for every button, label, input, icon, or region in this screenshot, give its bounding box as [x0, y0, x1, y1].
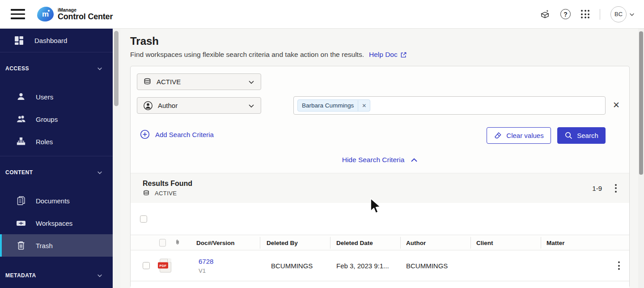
hide-criteria-label: Hide Search Criteria — [342, 156, 405, 164]
sidebar-section-access[interactable]: ACCESS — [0, 62, 113, 75]
results-repo-label: ACTIVE — [155, 190, 177, 197]
brand-text: iManage Control Center — [58, 8, 113, 21]
chip-remove-icon[interactable]: ✕ — [358, 100, 370, 111]
brand-logo: m iManage Control Center — [37, 7, 113, 21]
section-label: METADATA — [5, 272, 36, 279]
search-value-input[interactable]: Barbara Cummings ✕ — [293, 96, 606, 115]
doc-number-link[interactable]: 6728 — [199, 258, 213, 265]
add-search-criteria-link[interactable]: Add Search Criteria — [140, 129, 214, 139]
column-divider — [330, 237, 330, 249]
results-menu-icon[interactable] — [614, 183, 618, 194]
sidebar-item-users[interactable]: Users — [0, 86, 113, 108]
chevron-down-icon — [248, 78, 255, 86]
sidebar-item-label: Users — [36, 93, 53, 101]
database-icon — [143, 190, 150, 197]
column-divider — [541, 237, 541, 249]
chevron-down-icon — [248, 102, 255, 109]
column-header-author[interactable]: Author — [406, 239, 426, 246]
topbar-actions: ? BC — [540, 6, 635, 22]
column-header-matter[interactable]: Matter — [547, 239, 565, 246]
attachment-column-icon — [175, 237, 180, 248]
chevron-down-icon — [97, 65, 103, 72]
chevron-down-icon — [629, 11, 635, 17]
doc-version-label: V1 — [199, 267, 213, 274]
sidebar-section-metadata[interactable]: METADATA — [0, 269, 113, 282]
add-criteria-label: Add Search Criteria — [155, 131, 214, 138]
column-header-deleted-date[interactable]: Deleted Date — [336, 239, 373, 246]
sidebar-item-workspaces[interactable]: Workspaces — [0, 212, 113, 234]
sidebar: Dashboard ACCESS Users Groups Roles CONT… — [0, 29, 113, 288]
repository-dropdown[interactable]: ACTIVE — [137, 73, 261, 90]
section-label: ACCESS — [5, 65, 29, 72]
plus-circle-icon — [140, 129, 150, 139]
sidebar-item-dashboard[interactable]: Dashboard — [0, 29, 113, 52]
help-icon[interactable]: ? — [560, 9, 571, 19]
chip-label: Barbara Cummings — [298, 100, 358, 111]
sidebar-item-label: Documents — [36, 197, 70, 205]
sidebar-item-trash[interactable]: Trash — [0, 234, 113, 257]
clear-values-label: Clear values — [506, 132, 543, 139]
roles-hierarchy-icon — [16, 137, 26, 146]
avatar[interactable]: BC — [610, 6, 627, 22]
column-header-client[interactable]: Client — [476, 239, 493, 246]
imanage-logo-icon: m — [37, 7, 54, 21]
value-chip: Barbara Cummings ✕ — [297, 99, 370, 112]
row-menu-icon[interactable] — [617, 260, 621, 271]
sidebar-scrollbar[interactable] — [113, 29, 120, 288]
database-icon — [143, 78, 152, 86]
sidebar-section-content[interactable]: CONTENT — [0, 166, 113, 179]
subtitle-text: Find workspaces using flexible search cr… — [130, 51, 364, 59]
row-checkbox[interactable] — [143, 262, 150, 269]
table-header-row: Doc#/Version Deleted By Deleted Date Aut… — [131, 235, 629, 250]
sidebar-item-label: Trash — [36, 242, 53, 249]
topbar-divider — [600, 9, 600, 20]
documents-icon — [16, 196, 26, 206]
sidebar-item-documents[interactable]: Documents — [0, 189, 113, 212]
file-type-column-icon — [159, 239, 166, 246]
sidebar-scrollbar-thumb[interactable] — [114, 31, 119, 106]
dashboard-icon — [14, 36, 24, 45]
deleted-date-cell: Feb 3, 2023 9:1... — [336, 262, 389, 270]
file-type-cell: PDF — [160, 259, 171, 273]
chevron-down-icon — [97, 169, 103, 176]
app-grid-icon[interactable] — [581, 10, 589, 18]
clear-row-icon[interactable]: ✕ — [613, 101, 620, 109]
chevron-up-icon — [411, 157, 418, 163]
hamburger-menu-icon[interactable] — [11, 9, 25, 19]
column-header-doc-version[interactable]: Doc#/Version — [196, 239, 235, 246]
paperclip-icon — [175, 237, 180, 246]
doc-version-cell: 6728 V1 — [199, 258, 213, 274]
search-icon — [564, 131, 573, 140]
content-scrollbar[interactable] — [638, 29, 644, 288]
table-row[interactable]: PDF 6728 V1 BCUMMINGS Feb 3, 2023 9:1...… — [131, 250, 629, 281]
next-row-partial — [131, 281, 629, 288]
sidebar-item-groups[interactable]: Groups — [0, 108, 113, 130]
sidebar-item-label: Workspaces — [36, 219, 72, 227]
repository-value: ACTIVE — [157, 78, 181, 86]
clear-values-button[interactable]: Clear values — [487, 127, 551, 144]
content-scrollbar-thumb[interactable] — [639, 31, 643, 175]
eraser-icon — [494, 131, 502, 140]
sidebar-item-roles[interactable]: Roles — [0, 130, 113, 153]
results-header: Results Found ACTIVE 1-9 — [131, 173, 629, 203]
whats-new-icon[interactable] — [540, 9, 550, 19]
hide-search-criteria-toggle[interactable]: Hide Search Criteria — [131, 156, 629, 164]
deleted-by-cell: BCUMMINGS — [271, 262, 313, 270]
select-all-checkbox[interactable] — [140, 215, 147, 223]
help-doc-link[interactable]: Help Doc — [369, 51, 407, 59]
author-cell: BCUMMINGS — [406, 262, 448, 270]
sidebar-item-label: Dashboard — [34, 37, 67, 44]
help-doc-label: Help Doc — [369, 51, 398, 59]
pdf-badge: PDF — [158, 262, 168, 269]
search-button[interactable]: Search — [557, 127, 606, 144]
column-header-deleted-by[interactable]: Deleted By — [267, 239, 298, 246]
trash-icon — [16, 241, 26, 250]
account-menu[interactable]: BC — [610, 6, 635, 22]
results-range: 1-9 — [592, 185, 602, 192]
brand-control-center: Control Center — [58, 13, 113, 21]
author-person-icon — [143, 101, 153, 111]
search-field-dropdown[interactable]: Author — [137, 97, 261, 114]
sidebar-item-label: Roles — [36, 138, 53, 146]
search-field-value: Author — [158, 102, 178, 109]
search-results-panel: ACTIVE Author Barbara Cummings ✕ ✕ Add S… — [130, 66, 630, 288]
